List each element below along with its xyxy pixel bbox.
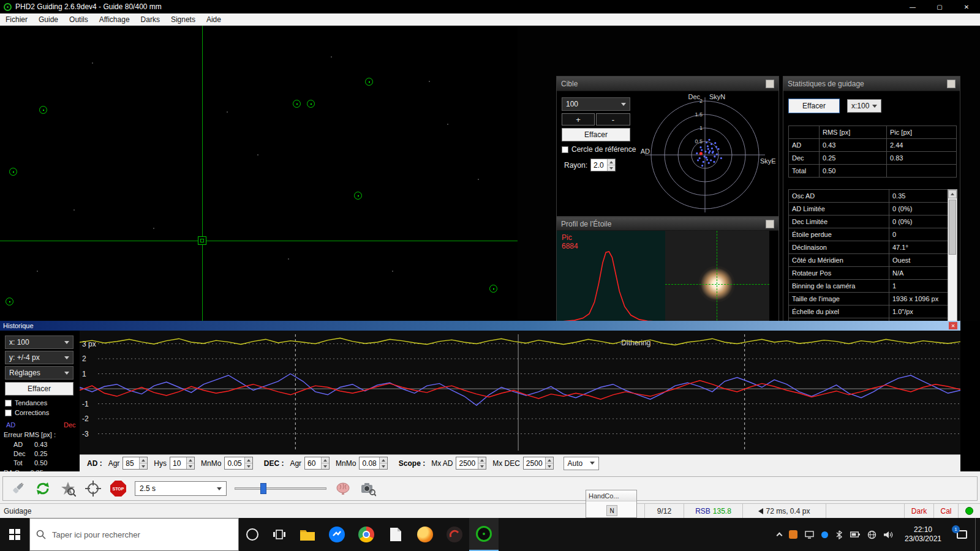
ad-mnmo-label: MnMo <box>201 459 221 468</box>
cible-zoom-dropdown[interactable]: 100 <box>562 97 630 111</box>
status-cal-indicator[interactable]: Cal <box>933 504 958 518</box>
task-view-button[interactable] <box>266 518 293 551</box>
scope-group-label: Scope : <box>399 459 425 468</box>
history-clear-button[interactable]: Effacer <box>5 382 74 395</box>
menu-outils[interactable]: Outils <box>64 13 94 25</box>
connect-equipment-icon[interactable] <box>9 480 26 497</box>
menu-affichage[interactable]: Affichage <box>94 13 135 25</box>
tray-volume-icon[interactable] <box>884 531 893 539</box>
star-marker[interactable] <box>307 100 315 108</box>
star-marker[interactable] <box>489 285 497 293</box>
stats-pane-titlebar: Statistiques de guidage <box>783 77 960 91</box>
stats-pane-close-button[interactable] <box>947 80 956 88</box>
dec-mode-dropdown[interactable]: Auto <box>564 457 599 470</box>
menu-darks[interactable]: Darks <box>135 13 165 25</box>
star-marker[interactable] <box>9 168 17 176</box>
reference-circle-checkbox[interactable] <box>562 146 568 153</box>
corrections-checkbox[interactable] <box>5 410 12 416</box>
tray-chevron-up-icon[interactable] <box>777 533 783 539</box>
messaging-icon <box>329 527 345 542</box>
auto-select-star-icon[interactable] <box>59 480 77 497</box>
cible-zoom-in-button[interactable]: + <box>562 113 595 126</box>
start-button[interactable] <box>0 518 29 551</box>
rayon-row: Rayon: 2.0 <box>564 159 616 171</box>
tray-bluetooth-icon[interactable] <box>835 530 843 539</box>
ad-minmove-spinner[interactable]: 0.05 <box>224 457 252 470</box>
trend-checkbox[interactable] <box>5 400 12 407</box>
star-marker[interactable] <box>6 298 13 305</box>
taskbar-icon-messaging[interactable] <box>322 518 352 551</box>
cible-zoom-out-button[interactable]: - <box>596 113 630 126</box>
faint-star <box>392 271 393 272</box>
max-ra-duration-spinner[interactable]: 2500 <box>456 457 486 470</box>
search-input[interactable] <box>52 530 238 539</box>
cible-clear-button[interactable]: Effacer <box>562 128 630 141</box>
stats-vertical-scrollbar[interactable] <box>948 189 957 331</box>
taskbar-icon-firefox[interactable] <box>410 518 440 551</box>
tray-display-icon[interactable] <box>805 531 814 539</box>
menu-guide[interactable]: Guide <box>33 13 64 25</box>
tray-network-globe-icon[interactable] <box>867 530 876 539</box>
guide-target-icon[interactable] <box>85 480 102 497</box>
gamma-slider[interactable] <box>235 481 326 496</box>
menu-fichier[interactable]: Fichier <box>0 13 33 25</box>
dec-minmove-spinner[interactable]: 0.08 <box>359 457 387 470</box>
star-marker[interactable] <box>39 106 47 114</box>
status-dark-indicator[interactable]: Dark <box>904 504 933 518</box>
guide-camera-view[interactable] <box>0 26 518 321</box>
corrections-label: Corrections <box>15 409 49 416</box>
cortana-button[interactable] <box>239 518 266 551</box>
dec-aggression-spinner[interactable]: 60 <box>304 457 330 470</box>
cible-pane-close-button[interactable] <box>766 80 774 88</box>
star-marker[interactable] <box>365 78 373 86</box>
exposure-dropdown[interactable]: 2.5 s <box>135 481 227 496</box>
menu-aide[interactable]: Aide <box>201 13 227 25</box>
brain-settings-icon[interactable] <box>334 480 352 497</box>
history-yscale-dropdown[interactable]: y: +/-4 px <box>5 351 74 364</box>
handcontroller-window[interactable]: HandCo... N <box>586 490 637 518</box>
camera-settings-icon[interactable] <box>360 480 377 497</box>
stop-button[interactable]: STOP <box>110 481 126 497</box>
stats-scale-dropdown[interactable]: x:100 <box>847 99 881 113</box>
menu-signets[interactable]: Signets <box>165 13 201 25</box>
tray-battery-icon[interactable] <box>850 531 860 538</box>
reference-circle-label: Cercle de référence <box>571 145 636 154</box>
slider-thumb[interactable] <box>260 483 266 494</box>
action-center-button[interactable]: 1 <box>948 518 975 551</box>
profil-pane-close-button[interactable] <box>766 220 774 228</box>
status-connection <box>958 504 980 518</box>
taskbar-icon-phd2[interactable] <box>469 518 499 551</box>
historique-window: Historique ✕ x: 100 y: +/-4 px Réglages … <box>0 321 960 471</box>
tray-orange-app-icon[interactable] <box>789 530 797 539</box>
taskbar-search-box[interactable] <box>29 518 239 551</box>
max-dec-duration-spinner[interactable]: 2500 <box>523 457 554 470</box>
history-xscale-dropdown[interactable]: x: 100 <box>5 335 74 349</box>
reference-circle-row: Cercle de référence <box>562 145 636 154</box>
taskbar-icon-document-app[interactable] <box>381 518 410 551</box>
dec-mnmo-label: MnMo <box>336 459 356 468</box>
taskbar-icon-chrome[interactable] <box>352 518 381 551</box>
faint-star <box>447 124 448 125</box>
taskbar-clock[interactable]: 22:10 23/03/2021 <box>898 525 948 544</box>
tray-blue-dot-icon[interactable] <box>821 531 828 538</box>
show-desktop-sliver[interactable] <box>975 518 980 551</box>
handco-north-button[interactable]: N <box>606 505 617 516</box>
rayon-spinner[interactable]: 2.0 <box>590 159 616 171</box>
svg-text:SkyE: SkyE <box>760 157 776 165</box>
maximize-button[interactable]: ▢ <box>926 0 953 13</box>
history-settings-dropdown[interactable]: Réglages <box>5 366 74 380</box>
star-marker[interactable] <box>293 100 301 108</box>
taskbar-icon-file-explorer[interactable] <box>293 518 322 551</box>
taskbar-icon-astro-app[interactable] <box>440 518 469 551</box>
slider-track <box>235 487 326 490</box>
star-marker[interactable] <box>354 192 362 200</box>
close-button[interactable]: ✕ <box>953 0 980 13</box>
historique-close-button[interactable]: ✕ <box>949 322 957 329</box>
hysteresis-spinner[interactable]: 10 <box>170 457 195 470</box>
stats-clear-button[interactable]: Effacer <box>788 99 840 113</box>
minimize-button[interactable]: — <box>899 0 926 13</box>
ad-aggression-spinner[interactable]: 85 <box>123 457 148 470</box>
loop-exposures-icon[interactable] <box>34 480 51 497</box>
historique-titlebar[interactable]: Historique ✕ <box>0 321 960 331</box>
windows-logo-icon <box>9 529 20 540</box>
